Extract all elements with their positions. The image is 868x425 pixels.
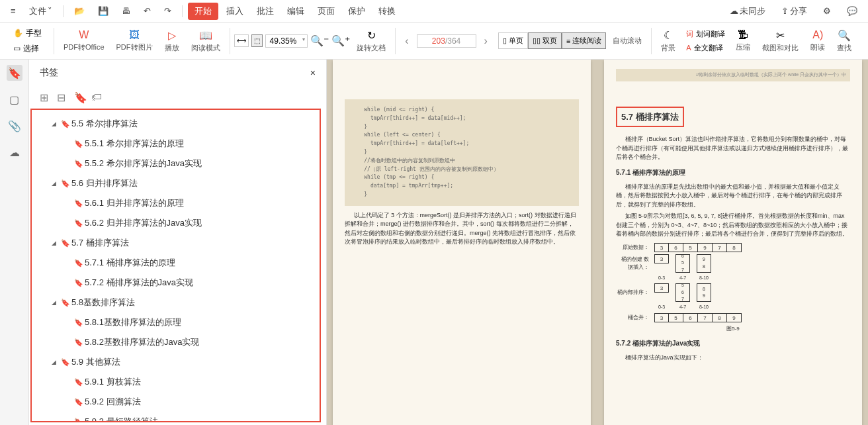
pdf-page-right: //将剩余部分依次放入临时数组（实际上两个 while 只会执行其中一个）中 5… xyxy=(604,60,862,425)
thumbnail-tab-icon[interactable]: ▢ xyxy=(7,91,22,107)
bookmark-item-5-5-2[interactable]: 🔖5.5.2 希尔排序算法的Java实现 xyxy=(32,154,320,173)
tab-protect[interactable]: 保护 xyxy=(343,3,370,20)
collapse-all-icon[interactable]: ⊟ xyxy=(57,91,66,101)
cloud-tab-icon[interactable]: ☁ xyxy=(7,144,22,160)
open-icon[interactable]: 📂 xyxy=(69,3,90,19)
bookmark-item-5-9-3[interactable]: 🔖5.9.3 最短路径算法 xyxy=(32,412,320,422)
page-paragraph: 桶排序算法的Java实现如下： xyxy=(616,354,850,363)
chat-icon[interactable]: 💬 xyxy=(842,3,863,19)
full-translate[interactable]: A 全文翻译 xyxy=(682,42,729,54)
bookmark-item-5-8-2[interactable]: 🔖5.8.2基数排序算法的Java实现 xyxy=(32,332,320,352)
add-bookmark-icon[interactable]: 🔖 xyxy=(74,91,83,101)
settings-icon[interactable]: ⚙ xyxy=(818,3,836,19)
pdf-to-image[interactable]: 🖼PDF转图片 xyxy=(111,28,158,54)
bookmark-item-5-7-1[interactable]: 🔖5.7.1 桶排序算法的原理 xyxy=(32,253,320,273)
bookmark-item-5-8-1[interactable]: 🔖5.8.1基数排序算法的原理 xyxy=(32,312,320,332)
pdf-page-left: while (mid <= right) { tmpArr[third++] =… xyxy=(333,60,591,425)
compress-button[interactable]: 🗜压缩 xyxy=(730,28,756,54)
find-button[interactable]: 🔍查找 xyxy=(832,28,857,54)
sync-status[interactable]: ☁ 未同步 xyxy=(724,3,771,20)
tab-insert[interactable]: 插入 xyxy=(221,3,249,20)
page-paragraph: 桶排序算法的原理是先找出数组中的最大值和最小值，并根据最大值和最小值定义桶，然后… xyxy=(616,183,850,210)
menu-icon[interactable]: ≡ xyxy=(5,3,21,19)
play-button[interactable]: ▷播放 xyxy=(159,28,185,54)
bookmark-item-5-6-1[interactable]: 🔖5.6.1 归并排序算法的原理 xyxy=(32,193,320,213)
save-icon[interactable]: 💾 xyxy=(93,3,114,19)
speak-button[interactable]: A)朗读 xyxy=(805,28,830,54)
page-number-input[interactable]: 203/364 xyxy=(417,34,476,48)
page-paragraph: 如图 5-9所示为对数组[3, 6, 5, 9, 7, 8]进行桶排序。首先根据… xyxy=(616,212,850,239)
tab-comment[interactable]: 批注 xyxy=(251,3,279,20)
undo-icon[interactable]: ↶ xyxy=(138,3,156,19)
read-mode[interactable]: 📖阅读模式 xyxy=(186,28,226,54)
select-tool[interactable]: ▭ 选择 xyxy=(9,42,46,56)
print-icon[interactable]: 🖶 xyxy=(116,3,136,19)
fit-width-icon[interactable]: ⟷ xyxy=(234,34,249,47)
bookmark-item-5-9-1[interactable]: 🔖5.9.1 剪枝算法 xyxy=(32,372,320,392)
bookmark-item-5-5[interactable]: ◢🔖5.5 希尔排序算法 xyxy=(32,114,320,134)
expand-all-icon[interactable]: ⊞ xyxy=(40,91,49,101)
bookmark-item-5-5-1[interactable]: 🔖5.5.1 希尔排序算法的原理 xyxy=(32,134,320,154)
code-block: while (mid <= right) { tmpArr[third++] =… xyxy=(345,99,579,206)
bookmark-item-5-6-2[interactable]: 🔖5.6.2 归并排序算法的Java实现 xyxy=(32,213,320,233)
next-page-icon[interactable]: › xyxy=(479,35,493,47)
bookmark-item-5-7-2[interactable]: 🔖5.7.2 桶排序算法的Java实现 xyxy=(32,273,320,293)
screenshot-compare[interactable]: ✂截图和对比 xyxy=(757,28,804,54)
page-paragraph: 以上代码定了 3 个方法：mergeSort() 是归并排序方法的入口；sort… xyxy=(345,211,579,247)
subsection-title: 5.7.2 桶排序算法的Java实现 xyxy=(616,338,850,348)
tab-page[interactable]: 页面 xyxy=(312,3,340,20)
single-page-mode[interactable]: ▯单页 xyxy=(498,32,528,49)
close-panel-icon[interactable]: × xyxy=(310,68,316,78)
bookmark-icon[interactable]: 🏷 xyxy=(91,91,101,101)
bookmark-tab-icon[interactable]: 🔖 xyxy=(7,65,22,81)
redo-icon[interactable]: ↷ xyxy=(159,3,177,19)
bookmark-item-5-9[interactable]: ◢🔖5.9 其他算法 xyxy=(32,352,320,372)
background-button[interactable]: ☾背景 xyxy=(656,28,681,54)
rotate-doc[interactable]: ↻旋转文档 xyxy=(351,28,391,54)
share-button[interactable]: ⇪ 分享 xyxy=(776,3,812,20)
bookmark-item-5-8[interactable]: ◢🔖5.8基数排序算法 xyxy=(32,293,320,312)
zoom-select[interactable]: 49.35% xyxy=(265,34,308,48)
tab-start[interactable]: 开始 xyxy=(188,3,218,20)
subsection-title: 5.7.1 桶排序算法的原理 xyxy=(616,167,850,177)
zoom-in-icon[interactable]: 🔍⁺ xyxy=(331,34,350,47)
attachment-tab-icon[interactable]: 📎 xyxy=(7,118,22,134)
prev-page-icon[interactable]: ‹ xyxy=(400,35,413,47)
auto-scroll[interactable]: 自动滚动 xyxy=(607,34,647,47)
tab-convert[interactable]: 转换 xyxy=(373,3,401,20)
pdf-to-office[interactable]: WPDF转Office xyxy=(58,28,110,54)
section-title: 5.7 桶排序算法 xyxy=(616,107,684,128)
zoom-out-icon[interactable]: 🔍⁻ xyxy=(310,34,329,47)
word-translate[interactable]: 词 划词翻译 xyxy=(682,28,729,40)
file-menu[interactable]: 文件 ˅ xyxy=(24,3,58,20)
panel-title: 书签 xyxy=(40,67,58,79)
bookmark-item-5-7[interactable]: ◢🔖5.7 桶排序算法 xyxy=(32,233,320,253)
page-banner: //将剩余部分依次放入临时数组（实际上两个 while 只会执行其中一个）中 xyxy=(616,69,850,81)
continuous-mode[interactable]: ≡连续阅读 xyxy=(562,32,606,49)
double-page-mode[interactable]: ▯▯双页 xyxy=(528,32,562,49)
fit-page-icon[interactable]: ⬚ xyxy=(251,34,263,47)
hand-tool[interactable]: ✋ 手型 xyxy=(9,26,46,40)
bookmark-item-5-9-2[interactable]: 🔖5.9.2 回溯算法 xyxy=(32,392,320,412)
tab-edit[interactable]: 编辑 xyxy=(282,3,310,20)
bookmark-item-5-6[interactable]: ◢🔖5.6 归并排序算法 xyxy=(32,173,320,193)
page-paragraph: 桶排序（Bucket Sort）算法也叫作箱排序算法，它将数组分到有限数量的桶中… xyxy=(616,135,850,162)
